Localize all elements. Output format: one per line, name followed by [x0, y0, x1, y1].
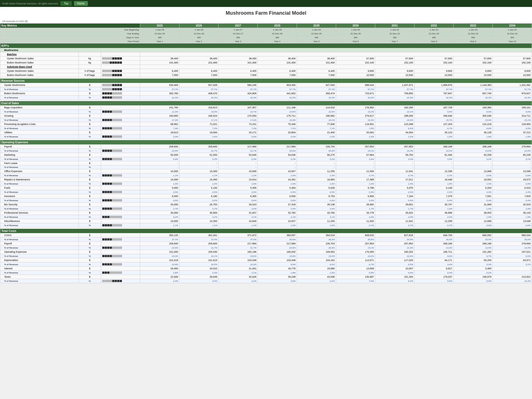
amounts-label: All Amounts in USD ($): [0, 19, 532, 23]
growing-pct-row: % of Revenue % 17,3%17,1% 17,0%16,8% 16,…: [0, 118, 532, 122]
button-mushroom-kg-row: Button Mushroom Sales kg 101,400 101,400…: [0, 61, 532, 65]
mushrooms-header: Mushrooms: [0, 48, 532, 52]
marketing-row: Marketing $ 50,00051,500 53,04554,636 56…: [0, 153, 532, 157]
insurance-row: Insurance $ 6,0006,180 6,3656,556 6,7536…: [0, 194, 532, 198]
fuels-row: Fuels $ 5,0005,150 5,3055,464 5,6285,796…: [0, 186, 532, 190]
prof-services-pct-row: % of Revenue % 3,2%3,2% 3,1%3,1% 3,1%2,0…: [0, 215, 532, 219]
year-2026: 2026: [179, 24, 218, 28]
oyster-bags-row: Oyster Mushroom Sales # of bags 6,400 6,…: [0, 69, 532, 73]
payroll-row: Payroll $ 209,600209,600 217,984217,984 …: [0, 145, 532, 149]
key-metrics-header-row: Key Metrics 2025 2026 2027 2028 2029 203…: [0, 24, 532, 28]
button-bags-row: Button Mushroom Sales # of bags 7,000 7,…: [0, 73, 532, 77]
tc-op-exp-pct-row: % of Revenue % 16,3%16,1% 15,9%15,8% 15,…: [0, 254, 532, 258]
utilities-row: Utilities $ 18,61319,584 20,17120,804 21…: [0, 131, 532, 135]
bio-security-row: Bio Security $ 25,00025,750 26,52327,318…: [0, 203, 532, 207]
operating-expenses-header: Operating Expenses: [0, 140, 532, 145]
interest-row: Interest $ 26,46024,010 21,45118,776 15,…: [0, 267, 532, 271]
cogs-row: COGS $ 350,125361,041 371,872383,057 394…: [0, 233, 532, 237]
tc-op-exp-row: Operating Expenses $ 151,000155,530 160,…: [0, 250, 532, 254]
growing-row: Growing $ 160,800165,624 170,593175,711 …: [0, 114, 532, 118]
prof-services-row: Professional Services $ 30,00030,900 31,…: [0, 211, 532, 215]
year-2027: 2027: [219, 24, 258, 28]
batches-row: Batches: [0, 52, 532, 57]
page-title: Mushrooms Farm Financial Model: [0, 7, 532, 19]
year-2033: 2033: [454, 24, 493, 28]
year-2030: 2030: [336, 24, 375, 28]
farm-lease-row: Farm Lease $ -- -- -- -- --: [0, 161, 532, 165]
main-table-wrapper: Key Metrics 2025 2026 2027 2028 2029 203…: [0, 23, 532, 283]
total-costs-header: Total Costs: [0, 229, 532, 233]
button-revenue-row: Button Mushrooms $ 392,760 408,470 424,8…: [0, 91, 532, 96]
key-metrics-label: Key Metrics: [0, 24, 140, 28]
processing-row: Processing &Logistics Costs $ 68,95271,0…: [0, 122, 532, 126]
home-button[interactable]: Home: [74, 1, 88, 6]
button-pct-row: % of Revenue % 42,3% 42,3% 42,3% 42,3% 4…: [0, 96, 532, 100]
substrate-bags-header-row: Substrate Bags Used: [0, 65, 532, 69]
oyster-pct-row: % of Revenue % 57,7% 57,7% 57,7% 57,7% 5…: [0, 87, 532, 91]
miscellaneous-pct-row: % of Revenue % 1,1%1,1% 1,1%1,0% 1,0%0,7…: [0, 223, 532, 227]
interest-pct-row: % of Revenue % 2,8%2,5% 2,1%1,8% 1,5%0,8…: [0, 271, 532, 275]
sub-header-period: Year Period Year 1Year 2 Year 3Year 4 Ye…: [0, 40, 532, 44]
fuels-pct-row: % of Revenue % 0,5%0,5% 0,5%0,5% 0,5%0,3…: [0, 190, 532, 194]
top-button[interactable]: Top: [60, 1, 71, 6]
insurance-pct-row: % of Revenue % 0,6%0,6% 0,6%0,6% 0,6%0,4…: [0, 198, 532, 203]
sub-header-ending: Year Ending 31-Dec-2531-Dec-26 31-Dec-27…: [0, 32, 532, 36]
oyster-mushroom-kg-row: Oyster Mushroom Sales kg 38,400 38,400 3…: [0, 57, 532, 61]
brand-label: Profit Vision Financial Services. All ri…: [2, 2, 58, 5]
payroll-pct-row: % of Revenue % 22,6%21,7% 21,7%20,9% 20,…: [0, 149, 532, 153]
taxes-pct-row: % of Revenue % 2,4%3,0% 3,2%3,8% 4,0%7,9…: [0, 279, 532, 283]
bags-acq-pct-row: % of Revenue % 11,0% 10,8% 10,7% 10,6% 1…: [0, 110, 532, 114]
sub-header-days: Days in Year 365365 365366 365365 365366…: [0, 36, 532, 40]
repairs-row: Repairs & Maintenance $ 15,00015,450 15,…: [0, 178, 532, 182]
tc-payroll-row: Payroll $ 209,600209,600 217,984217,984 …: [0, 242, 532, 246]
tc-payroll-pct-row: % of Revenue % 22,6%21,7% 21,7%20,9% 20,…: [0, 246, 532, 250]
office-expenses-row: Office Expenses $ 10,00010,300 10,60910,…: [0, 169, 532, 173]
depreciation-row: Depreciation $ 101,619101,619 103,048103…: [0, 258, 532, 262]
bio-security-pct-row: % of Revenue % 2,7%2,7% 2,6%2,6% 2,6%1,7…: [0, 207, 532, 211]
top-bar: Profit Vision Financial Services. All ri…: [0, 0, 532, 7]
kpis-section-header: KPI's: [0, 44, 532, 48]
processing-pct-row: % of Revenue % 7,4%7,3% 7,3%7,2% 7,1%7,0…: [0, 126, 532, 131]
cost-of-sales-header: Cost of Sales: [0, 101, 532, 106]
office-expenses-pct-row: % of Revenue % 1,1%1,1% 1,1%1,0% 1,0%0,7…: [0, 173, 532, 178]
sub-header-beginning: Year Beginning 1-Jan-251-Jan-26 1-Jan-27…: [0, 28, 532, 32]
year-2029: 2029: [297, 24, 336, 28]
year-2028: 2028: [258, 24, 297, 28]
cogs-pct-row: % of Revenue % 37,7%37,4% 37,0%36,6% 36,…: [0, 237, 532, 242]
year-2031: 2031: [375, 24, 414, 28]
marketing-pct-row: % of Revenue % 5,4%5,3% 5,3%5,2% 5,2%3,4…: [0, 157, 532, 161]
taxes-row: Taxes $ 22,60628,649 32,62639,248 43,938…: [0, 275, 532, 279]
revenue-sources-header: Revenue Sources: [0, 79, 532, 83]
financial-table: Key Metrics 2025 2026 2027 2028 2029 203…: [0, 23, 532, 283]
farm-lease-pct-row: % of Revenue % -- -- -- -- --: [0, 165, 532, 169]
year-2034: 2034: [493, 24, 532, 28]
oyster-revenue-row: Oyster Mushrooms $ 536,469 557,928 580,2…: [0, 83, 532, 87]
depreciation-pct-row: % of Revenue % 10,9%10,5% 10,3%9,9% 9,6%…: [0, 262, 532, 267]
miscellaneous-row: Miscellaneous $ 10,00010,300 10,60910,92…: [0, 219, 532, 223]
year-2032: 2032: [414, 24, 453, 28]
year-2025: 2025: [140, 24, 179, 28]
repairs-pct-row: % of Revenue % 1,6%1,6% 1,6%1,6% 1,6%1,0…: [0, 182, 532, 186]
bags-acq-row: Bags Acquisition $ 101,760 104,813 107,9…: [0, 106, 532, 110]
utilities-pct-row: % of Revenue % 2,0%2,0% 2,0%2,0% 2,0%1,9…: [0, 135, 532, 139]
